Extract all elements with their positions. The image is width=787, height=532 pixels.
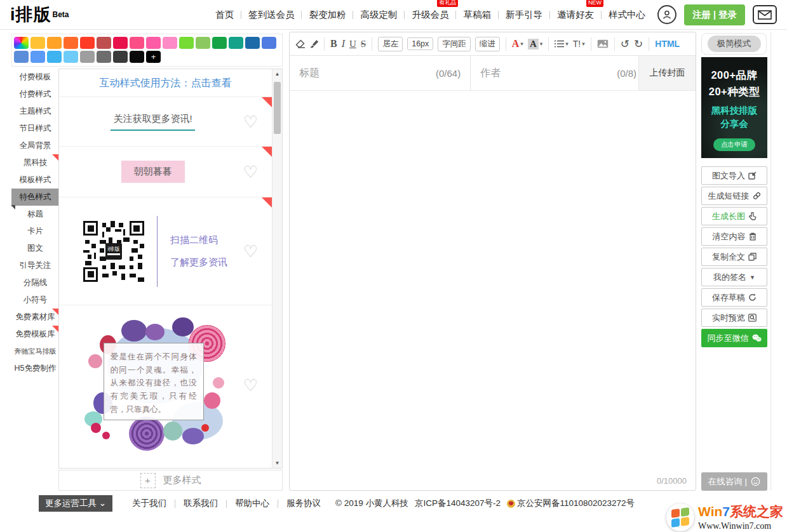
sidebar-item-template-styles[interactable]: 模板样式 [11,171,59,189]
mail-icon[interactable] [753,5,777,24]
sidebar-item-free-assets[interactable]: 免费素材库 [11,309,59,326]
strikethrough-button[interactable]: S [361,39,366,50]
author-input[interactable] [480,67,612,79]
favorite-heart-icon[interactable]: ♡ [243,164,258,180]
color-swatch[interactable] [130,51,144,63]
insert-image-button[interactable] [597,39,609,48]
footer-contact-link[interactable]: 联系我们 [175,498,226,509]
nav-upgrade[interactable]: 升级会员有礼品 [405,9,455,21]
preview-scrollbar[interactable]: ▲ ▼ [272,69,282,468]
style-card-qrcode[interactable]: i排版 扫描二维码 了解更多资讯 ♡ [59,197,272,305]
color-swatch[interactable] [163,37,177,49]
my-signature-button[interactable]: 我的签名 ▼ [701,268,767,286]
editor-body[interactable] [290,91,696,474]
sidebar-item-benz-bmw[interactable]: 奔驰宝马排版 [11,343,59,360]
format-brush-icon[interactable] [310,39,318,49]
sidebar-item-global-background[interactable]: 全局背景 [11,137,59,154]
color-swatch[interactable] [130,37,144,49]
color-swatch[interactable] [113,37,128,49]
italic-button[interactable]: I [342,38,345,50]
sidebar-item-symbols[interactable]: 小符号 [11,291,59,309]
sidebar-item-paid-styles[interactable]: 付费样式 [11,86,59,103]
align-button[interactable]: 居左 [378,37,403,51]
more-tools-button[interactable]: 更多运营工具 ⌄ [39,495,112,512]
nav-home[interactable]: 首页 [208,9,241,21]
color-swatch[interactable] [64,37,78,49]
more-styles-button[interactable]: + 更多样式 [58,470,283,491]
title-input[interactable] [299,67,431,79]
icp-license[interactable]: 京ICP备14043207号-2 [415,498,501,509]
color-swatch[interactable] [47,51,62,63]
sidebar-item-titles[interactable]: 标题 [11,206,59,223]
nav-signin-reward[interactable]: 签到送会员 [241,9,302,21]
sidebar-item-follow-guide[interactable]: 引导关注 [11,257,59,274]
clear-content-button[interactable]: 清空内容 [701,227,767,246]
nav-guide[interactable]: 新手引导 [499,9,549,21]
style-card-follow[interactable]: 关注获取更多资讯! ♡ [59,97,272,147]
minimal-mode-button[interactable]: 极简模式 [708,36,761,52]
scroll-down-arrow[interactable]: ▼ [272,460,282,466]
color-swatch[interactable] [113,51,128,63]
color-swatch[interactable] [14,51,29,63]
color-swatch[interactable] [229,37,243,49]
scroll-up-arrow[interactable]: ▲ [272,71,282,77]
sidebar-item-paid-templates[interactable]: 付费模板 [11,69,59,86]
font-size-button[interactable]: 16px [407,37,433,50]
favorite-heart-icon[interactable]: ♡ [243,114,258,130]
indent-button[interactable]: 缩进 [475,37,500,51]
short-link-button[interactable]: 生成短链接 [701,187,767,205]
promo-apply-button[interactable]: 点击申请 [713,138,755,151]
color-swatch[interactable] [212,37,227,49]
style-card-flower-quote[interactable]: 爱是住在两个不同身体的同一个灵魂。幸福，从来都没有捷径，也没有完美无瑕，只有经营… [59,305,272,465]
html-mode-button[interactable]: HTML [655,39,680,49]
color-swatch[interactable] [30,51,45,63]
color-swatch[interactable] [30,37,45,49]
highlight-color-button[interactable]: A▾ [528,39,542,50]
undo-icon[interactable]: ↺ [621,37,629,51]
sidebar-item-black-tech[interactable]: 黑科技 [11,154,59,171]
add-color-button[interactable]: + [146,51,161,63]
redo-icon[interactable]: ↻ [634,37,643,51]
login-register-button[interactable]: 注册 | 登录 [684,4,745,25]
copy-all-button[interactable]: 复制全文 [701,248,767,266]
live-preview-button[interactable]: 实时预览 [701,309,767,327]
footer-about-link[interactable]: 关于我们 [124,498,175,509]
long-image-button[interactable]: 生成长图 [701,207,767,225]
sidebar-item-featured-styles[interactable]: 特色样式 [11,189,59,206]
format-eraser-icon[interactable] [295,39,306,48]
favorite-heart-icon[interactable]: ♡ [243,377,258,394]
letter-spacing-button[interactable]: 字间距 [438,37,471,51]
interactive-style-help-link[interactable]: 互动样式使用方法：点击查看 [59,69,272,97]
underline-button[interactable]: U [349,39,356,50]
scrollbar-thumb[interactable] [274,82,281,134]
favorite-heart-icon[interactable]: ♡ [243,243,258,260]
color-swatch[interactable] [97,37,111,49]
color-swatch[interactable] [146,37,161,49]
save-draft-button[interactable]: 保存草稿 [701,288,767,307]
color-swatch[interactable] [80,51,95,63]
multicolor-swatch[interactable] [14,37,29,49]
nav-style-center[interactable]: 样式中心 [602,9,652,21]
color-swatch[interactable] [262,37,276,49]
color-swatch[interactable] [47,37,62,49]
color-swatch[interactable] [245,37,260,49]
footer-help-link[interactable]: 帮助中心 [227,498,278,509]
bold-button[interactable]: B [330,38,337,50]
font-color-button[interactable]: A▾ [512,38,523,50]
color-swatch[interactable] [80,37,95,49]
sync-to-wechat-button[interactable]: 同步至微信 [701,329,767,347]
upload-cover-button[interactable]: 上传封面 [638,56,696,90]
color-swatch[interactable] [196,37,210,49]
sidebar-item-image-text[interactable]: 图文 [11,240,59,257]
sidebar-item-free-templates[interactable]: 免费模板库 [11,326,59,343]
sidebar-item-holiday-styles[interactable]: 节日样式 [11,120,59,137]
style-card-pink-label[interactable]: 朝朝暮暮 ♡ [59,147,272,197]
import-article-button[interactable]: 图文导入 [701,166,767,185]
nav-drafts[interactable]: 草稿箱 [456,9,498,21]
list-button[interactable]: ▾ [555,40,568,48]
footer-terms-link[interactable]: 服务协议 [278,498,329,509]
nav-custom[interactable]: 高级定制 [353,9,404,21]
color-swatch[interactable] [179,37,194,49]
sidebar-item-cards[interactable]: 卡片 [11,223,59,240]
sidebar-item-dividers[interactable]: 分隔线 [11,274,59,291]
